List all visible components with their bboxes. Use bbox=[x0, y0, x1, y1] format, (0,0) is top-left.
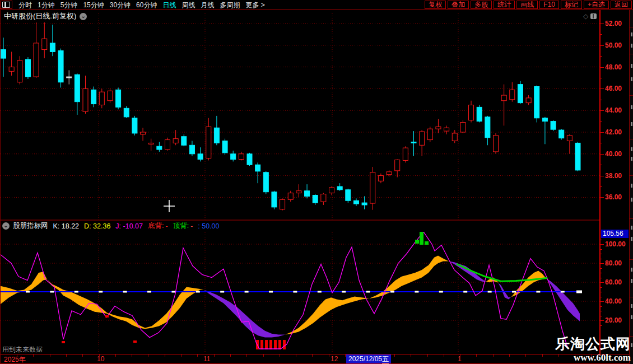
toolbar-button-F10[interactable]: F10 bbox=[539, 1, 559, 9]
indicator-layer bbox=[1, 231, 582, 349]
future-data-notice: 用到未来数据 bbox=[2, 345, 43, 354]
j-value: J: -10.07 bbox=[115, 222, 143, 230]
main-plot[interactable] bbox=[1, 10, 601, 354]
kd-band-purple bbox=[204, 290, 285, 338]
layout-icon[interactable] bbox=[0, 1, 12, 9]
top-toolbar: 分时1分钟5分钟15分钟30分钟60分钟日线周线月线多周期更多 > 复权叠加多股… bbox=[0, 0, 633, 10]
month-label-12: 12 bbox=[331, 355, 338, 363]
period-item-60分钟[interactable]: 60分钟 bbox=[136, 1, 157, 9]
price-axis: 105.56 52.0050.0048.0046.0044.0042.0040.… bbox=[601, 10, 629, 354]
diamond-icon[interactable]: ◇ bbox=[583, 12, 588, 20]
indicator-value-box: 105.56 bbox=[601, 230, 629, 238]
toolbar-button-统计[interactable]: 统计 bbox=[494, 1, 515, 9]
price-axis-label: 38.00 bbox=[605, 172, 629, 180]
toolbar-button-叠加[interactable]: 叠加 bbox=[448, 1, 469, 9]
current-date-box: 2025/12/05五 bbox=[346, 354, 391, 363]
price-axis-label: 36.00 bbox=[605, 193, 629, 201]
right-sidebar-strip[interactable] bbox=[629, 10, 633, 364]
bottom-divergence-bar bbox=[283, 340, 286, 349]
kd-band-orange bbox=[285, 255, 449, 334]
period-menu: 分时1分钟5分钟15分钟30分钟60分钟日线周线月线多周期更多 > bbox=[0, 0, 268, 10]
watermark-line1: 乐淘公式网 bbox=[555, 337, 631, 352]
time-axis[interactable]: 2025年10111212025/12/05五 bbox=[1, 354, 633, 364]
price-axis-label: 40.00 bbox=[605, 150, 629, 158]
toolbar-button-返回[interactable]: 返回 bbox=[611, 1, 632, 9]
price-axis-label: 52.00 bbox=[605, 20, 629, 27]
top-divergence-bar bbox=[415, 240, 419, 244]
watermark-line2: www.60lt.com bbox=[555, 353, 631, 362]
toolbar-button-画线[interactable]: 画线 bbox=[516, 1, 538, 9]
signal-dot bbox=[105, 315, 109, 318]
top-divergence-bar bbox=[420, 231, 423, 245]
indicator-header: ⌄ 股朋指标网 K: 18.22 D: 32.36 J: -10.07 底背: … bbox=[2, 221, 225, 231]
period-item-30分钟[interactable]: 30分钟 bbox=[110, 1, 131, 9]
toolbar-button-多股[interactable]: 多股 bbox=[471, 1, 492, 9]
page-title: 中研股份(日线.前复权) bbox=[4, 11, 76, 21]
bottom-divergence-bar bbox=[269, 340, 272, 349]
price-axis-label: 42.00 bbox=[605, 128, 629, 136]
collapse-icon[interactable]: ⌄ bbox=[2, 222, 10, 230]
trading-app-window: 分时1分钟5分钟15分钟30分钟60分钟日线周线月线多周期更多 > 复权叠加多股… bbox=[0, 0, 633, 364]
signal-dot bbox=[62, 341, 65, 343]
kd-band-purple bbox=[546, 278, 580, 321]
price-axis-label: 48.00 bbox=[605, 63, 629, 71]
period-item-日线[interactable]: 日线 bbox=[162, 1, 176, 9]
month-label-11: 11 bbox=[203, 355, 210, 363]
bottom-divergence-bar bbox=[260, 340, 263, 349]
period-item-多周期[interactable]: 多周期 bbox=[220, 1, 240, 9]
title-bar: 中研股份(日线.前复权) ⌄ bbox=[4, 11, 87, 21]
kd-band-purple bbox=[499, 283, 511, 299]
kd-band-orange bbox=[511, 271, 546, 297]
indicator-name[interactable]: 股朋指标网 bbox=[13, 221, 48, 231]
period-item-15分钟[interactable]: 15分钟 bbox=[83, 1, 104, 9]
month-label-10: 10 bbox=[97, 355, 104, 363]
chart-corner-icons: ◇ bbox=[583, 12, 597, 20]
toolbar-button-+自选[interactable]: +自选 bbox=[584, 1, 609, 9]
bottom-divergence-label: 底背: bbox=[148, 221, 164, 231]
signal-dot bbox=[133, 340, 137, 343]
indicator-axis-label: 40.00 bbox=[605, 297, 629, 305]
toolbar-button-标记[interactable]: 标记 bbox=[561, 1, 582, 9]
crosshair-cursor bbox=[164, 200, 175, 212]
bottom-divergence-bar bbox=[278, 340, 281, 349]
indicator-axis-label: 60.00 bbox=[605, 278, 629, 286]
bottom-divergence-value: - bbox=[165, 222, 167, 230]
top-divergence-label: 顶背: bbox=[173, 221, 189, 231]
watermark: 乐淘公式网 www.60lt.com bbox=[555, 337, 631, 362]
candlestick-layer bbox=[1, 22, 581, 211]
d-value: D: 32.36 bbox=[84, 222, 110, 230]
toolbar-button-复权[interactable]: 复权 bbox=[425, 1, 446, 9]
k-value: K: 18.22 bbox=[53, 222, 80, 230]
chevron-down-icon[interactable]: ⌄ bbox=[80, 13, 87, 20]
bottom-divergence-bar bbox=[274, 340, 277, 349]
action-buttons: 复权叠加多股统计画线F10标记+自选返回 bbox=[423, 0, 633, 10]
price-axis-label: 44.00 bbox=[605, 106, 629, 114]
chart-area: 中研股份(日线.前复权) ⌄ ◇ ⌄ 股朋指标网 K: 18.22 D: 32.… bbox=[0, 10, 633, 364]
price-axis-label: 50.00 bbox=[605, 41, 629, 49]
period-item-分时[interactable]: 分时 bbox=[18, 1, 32, 9]
panel-toggle-icon[interactable] bbox=[590, 13, 597, 19]
baseline-value-label: : 50.00 bbox=[198, 222, 219, 230]
kd-band-purple bbox=[449, 262, 486, 282]
indicator-axis-label: 80.00 bbox=[605, 259, 629, 267]
top-divergence-bar bbox=[425, 241, 429, 245]
top-divergence-value: - bbox=[190, 222, 193, 230]
period-item-1分钟[interactable]: 1分钟 bbox=[38, 1, 55, 9]
period-item-5分钟[interactable]: 5分钟 bbox=[60, 1, 78, 9]
indicator-axis-label: 20.00 bbox=[605, 316, 629, 324]
price-axis-label: 46.00 bbox=[605, 85, 629, 92]
period-item-月线[interactable]: 月线 bbox=[201, 1, 214, 9]
period-item-更多 >[interactable]: 更多 > bbox=[245, 1, 264, 9]
year-label: 2025年 bbox=[4, 355, 26, 364]
j-line bbox=[1, 232, 568, 349]
indicator-axis-label: 100.00 bbox=[605, 240, 629, 248]
period-item-周线[interactable]: 周线 bbox=[181, 1, 195, 9]
bottom-divergence-bar bbox=[265, 340, 268, 349]
